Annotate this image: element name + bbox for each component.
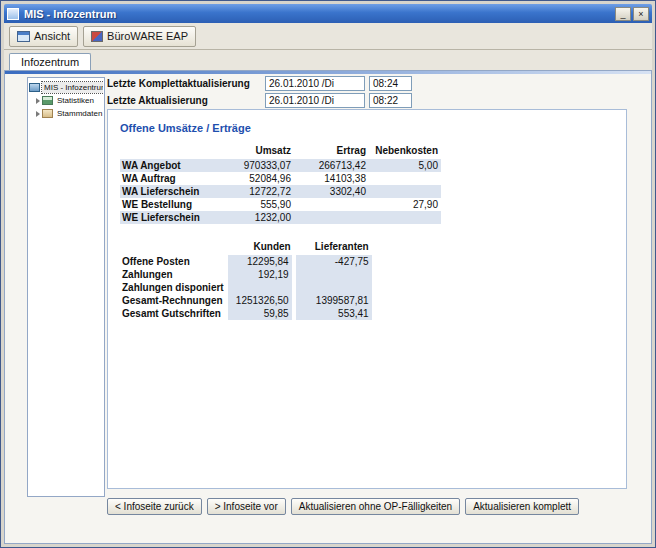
cell-umsatz: 52084,96 <box>212 172 294 185</box>
eap-button-label: BüroWARE EAP <box>107 30 188 42</box>
sales-table-header-row: Umsatz Ertrag Nebenkosten <box>120 144 441 159</box>
cell-ertrag <box>294 211 369 224</box>
main-area: MIS - Infozentrum Statistiken Stammdaten… <box>4 70 652 544</box>
accounts-table-header-row: Kunden Lieferanten <box>120 240 372 255</box>
eap-icon <box>91 31 103 42</box>
cell-lieferanten: 553,41 <box>294 307 372 320</box>
app-icon <box>7 8 19 20</box>
footer-buttons: < Infoseite zurück > Infoseite vor Aktua… <box>107 498 579 515</box>
expander-icon[interactable] <box>36 111 40 117</box>
accent-strip <box>5 71 651 74</box>
row-label: Gesamt Gutschriften <box>120 307 226 320</box>
minimize-button[interactable]: _ <box>615 7 631 21</box>
view-icon <box>17 31 30 42</box>
col-header-blank <box>120 144 212 159</box>
row-label: Offene Posten <box>120 255 226 268</box>
row-label: Zahlungen <box>120 268 226 281</box>
cell-nebenkosten <box>369 172 441 185</box>
table-row: WA Auftrag52084,9614103,38 <box>120 172 441 185</box>
report-heading: Offene Umsätze / Erträge <box>120 122 626 134</box>
table-row: Offene Posten12295,84-427,75 <box>120 255 372 268</box>
cell-nebenkosten <box>369 185 441 198</box>
cell-umsatz: 555,90 <box>212 198 294 211</box>
row-label: WA Angebot <box>120 159 212 172</box>
app-window: MIS - Infozentrum _ × Ansicht BüroWARE E… <box>0 0 656 548</box>
aktualisieren-komplett-button[interactable]: Aktualisieren komplett <box>465 498 579 515</box>
ansicht-button-label: Ansicht <box>34 30 70 42</box>
cell-umsatz: 970333,07 <box>212 159 294 172</box>
col-header-umsatz: Umsatz <box>212 144 294 159</box>
expander-icon[interactable] <box>36 98 40 104</box>
cell-ertrag <box>294 198 369 211</box>
aktualisieren-ohne-op-faelligkeiten-button[interactable]: Aktualisieren ohne OP-Fälligkeiten <box>291 498 460 515</box>
toolbar: Ansicht BüroWARE EAP <box>4 23 652 50</box>
time-field[interactable]: 08:22 <box>369 93 412 108</box>
col-header-nebenkosten: Nebenkosten <box>369 144 441 159</box>
tab-infozentrum[interactable]: Infozentrum <box>9 53 91 70</box>
tree-item-label: MIS - Infozentrum <box>42 82 103 93</box>
table-row: Gesamt Gutschriften59,85553,41 <box>120 307 372 320</box>
col-header-kunden: Kunden <box>226 240 294 255</box>
navigation-tree: MIS - Infozentrum Statistiken Stammdaten <box>27 77 105 497</box>
cell-lieferanten: -427,75 <box>294 255 372 268</box>
cell-nebenkosten: 5,00 <box>369 159 441 172</box>
titlebar[interactable]: MIS - Infozentrum _ × <box>4 4 652 23</box>
col-header-lieferanten: Lieferanten <box>294 240 372 255</box>
row-label: WA Lieferschein <box>120 185 212 198</box>
date-field[interactable]: 26.01.2010 /Di <box>265 76 365 91</box>
cell-kunden: 1251326,50 <box>226 294 294 307</box>
close-button[interactable]: × <box>633 7 649 21</box>
report-panel: Offene Umsätze / Erträge Umsatz Ertrag N… <box>107 109 627 489</box>
table-row: WE Bestellung555,9027,90 <box>120 198 441 211</box>
update-row: Letzte Aktualisierung 26.01.2010 /Di 08:… <box>107 92 412 108</box>
table-row: Gesamt-Rechnungen1251326,501399587,81 <box>120 294 372 307</box>
time-field[interactable]: 08:24 <box>369 76 412 91</box>
cell-lieferanten <box>294 268 372 281</box>
tree-item-mis-infozentrum[interactable]: MIS - Infozentrum <box>29 81 103 94</box>
table-row: WA Lieferschein12722,723302,40 <box>120 185 441 198</box>
infocenter-icon <box>29 83 40 92</box>
table-row: Zahlungen disponiert <box>120 281 372 294</box>
row-label: Gesamt-Rechnungen <box>120 294 226 307</box>
row-label: WE Bestellung <box>120 198 212 211</box>
cell-nebenkosten: 27,90 <box>369 198 441 211</box>
tree-item-stammdaten[interactable]: Stammdaten <box>29 107 103 120</box>
cell-kunden: 192,19 <box>226 268 294 281</box>
row-label: WA Auftrag <box>120 172 212 185</box>
update-label: Letzte Komplettaktualisierung <box>107 78 265 89</box>
update-label: Letzte Aktualisierung <box>107 95 265 106</box>
infoseite-zurueck-button[interactable]: < Infoseite zurück <box>107 498 202 515</box>
col-header-ertrag: Ertrag <box>294 144 369 159</box>
statistics-icon <box>42 96 53 105</box>
date-field[interactable]: 26.01.2010 /Di <box>265 93 365 108</box>
tree-item-label: Stammdaten <box>55 108 103 119</box>
window-title: MIS - Infozentrum <box>24 8 613 20</box>
cell-kunden: 59,85 <box>226 307 294 320</box>
cell-umsatz: 1232,00 <box>212 211 294 224</box>
row-label: Zahlungen disponiert <box>120 281 226 294</box>
table-row: Zahlungen192,19 <box>120 268 372 281</box>
masterdata-icon <box>42 109 53 118</box>
tree-item-label: Statistiken <box>55 95 96 106</box>
table-row: WA Angebot970333,07266713,425,00 <box>120 159 441 172</box>
cell-lieferanten: 1399587,81 <box>294 294 372 307</box>
update-info: Letzte Komplettaktualisierung 26.01.2010… <box>107 75 412 109</box>
tree-item-statistiken[interactable]: Statistiken <box>29 94 103 107</box>
bueroware-eap-button[interactable]: BüroWARE EAP <box>83 26 196 47</box>
cell-ertrag: 266713,42 <box>294 159 369 172</box>
col-header-blank <box>120 240 226 255</box>
cell-ertrag: 3302,40 <box>294 185 369 198</box>
cell-lieferanten <box>294 281 372 294</box>
update-row: Letzte Komplettaktualisierung 26.01.2010… <box>107 75 412 91</box>
cell-ertrag: 14103,38 <box>294 172 369 185</box>
cell-nebenkosten <box>369 211 441 224</box>
ansicht-button[interactable]: Ansicht <box>9 26 78 47</box>
cell-kunden <box>226 281 294 294</box>
sales-table: Umsatz Ertrag Nebenkosten WA Angebot9703… <box>120 144 441 224</box>
accounts-table: Kunden Lieferanten Offene Posten12295,84… <box>120 240 372 320</box>
cell-umsatz: 12722,72 <box>212 185 294 198</box>
row-label: WE Lieferschein <box>120 211 212 224</box>
infoseite-vor-button[interactable]: > Infoseite vor <box>207 498 286 515</box>
table-row: WE Lieferschein1232,00 <box>120 211 441 224</box>
cell-kunden: 12295,84 <box>226 255 294 268</box>
